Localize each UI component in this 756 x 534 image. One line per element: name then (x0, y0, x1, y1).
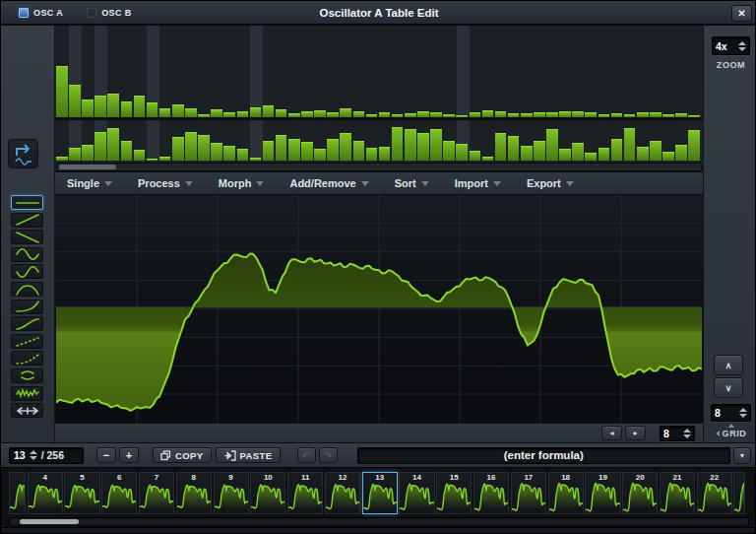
harmonic-phase-bar[interactable] (353, 141, 365, 161)
tool-stretch-button[interactable] (11, 403, 43, 418)
harmonic-phase-bar[interactable] (223, 146, 235, 161)
frame-thumbnail-7[interactable]: 7 (139, 472, 174, 514)
frame-up-button[interactable]: ∧ (714, 355, 743, 375)
osc-b-toggle[interactable]: OSC B (87, 8, 132, 18)
harmonic-phase-bar[interactable] (637, 147, 649, 161)
harmonic-magnitude-bar[interactable] (159, 108, 171, 117)
menu-process[interactable]: Process (138, 177, 193, 189)
harmonic-phase-bar[interactable] (147, 159, 158, 161)
frame-index-stepper[interactable] (30, 450, 37, 460)
harmonic-phase-bar[interactable] (185, 132, 197, 161)
harmonic-phase-bar[interactable] (366, 148, 378, 161)
harmonic-phase-bar[interactable] (159, 157, 171, 161)
tool-dotted-curve-button[interactable] (11, 351, 43, 366)
frame-thumbnail-22[interactable]: 22 (697, 472, 732, 514)
harmonic-phase-bar[interactable] (121, 141, 133, 161)
harmonic-phase-bar[interactable] (237, 149, 249, 161)
close-button[interactable]: ✕ (731, 5, 752, 22)
harmonic-magnitude-bar[interactable] (185, 108, 197, 117)
tool-dotted-ramp-button[interactable] (11, 334, 43, 349)
undo-button[interactable]: ↶ (297, 447, 316, 463)
zoom-stepper[interactable] (738, 41, 746, 51)
harmonic-magnitude-bar[interactable] (107, 94, 119, 117)
grid-vertical-spinner[interactable]: 8 (711, 404, 751, 422)
harmonic-phase-bar[interactable] (263, 141, 275, 161)
frame-index-spinner[interactable]: 13 / 256 (9, 447, 84, 464)
grid-vertical-stepper[interactable] (739, 408, 747, 418)
harmonic-magnitude-bar[interactable] (340, 108, 351, 117)
stepper-up-icon[interactable] (30, 450, 37, 454)
tool-arch-button[interactable] (11, 282, 43, 297)
frame-thumbnail-partial[interactable] (9, 472, 26, 514)
harmonic-phase-bar[interactable] (675, 145, 687, 161)
harmonic-phase-bar[interactable] (572, 143, 584, 161)
menu-import[interactable]: Import (455, 177, 501, 189)
harmonic-phase-bar[interactable] (94, 132, 106, 161)
harmonic-phase-bar[interactable] (482, 157, 494, 161)
copy-button[interactable]: COPY (153, 447, 212, 463)
harmonic-phase-bar[interactable] (611, 139, 623, 161)
formula-dropdown-button[interactable]: ▼ (733, 447, 751, 464)
harmonic-phase-bar[interactable] (107, 128, 119, 161)
harmonic-magnitude-bar[interactable] (172, 104, 184, 117)
frame-down-button[interactable]: ∨ (714, 377, 743, 398)
harmonic-phase-bar[interactable] (250, 158, 262, 161)
harmonic-phase-bar[interactable] (662, 152, 674, 161)
stepper-down-icon[interactable] (30, 456, 37, 460)
harmonic-magnitude-bar[interactable] (314, 110, 326, 117)
stepper-up-icon[interactable] (738, 41, 746, 45)
harmonic-phase-bar[interactable] (495, 133, 507, 161)
stepper-up-icon[interactable] (739, 408, 747, 412)
osc-a-toggle[interactable]: OSC A (19, 8, 63, 18)
harmonic-phase-bar[interactable] (534, 141, 545, 161)
grid-prev-button[interactable]: ◂ (601, 426, 622, 440)
harmonic-phase-bar[interactable] (198, 135, 210, 161)
tool-ramp-up-button[interactable] (11, 213, 43, 228)
harmonic-magnitude-bar[interactable] (263, 105, 275, 117)
harmonic-magnitude-bar[interactable] (69, 85, 81, 117)
harmonic-phase-bar[interactable] (211, 143, 222, 161)
menu-add-remove[interactable]: Add/Remove (289, 177, 368, 189)
harmonic-magnitude-bar[interactable] (211, 109, 222, 117)
waveform-canvas[interactable] (56, 195, 702, 423)
stepper-down-icon[interactable] (683, 434, 691, 438)
spectrum-scrollbar-thumb[interactable] (59, 165, 116, 169)
harmonic-phase-bar[interactable] (508, 136, 520, 161)
frame-thumbnail-18[interactable]: 18 (548, 472, 584, 514)
tool-ellipse-button[interactable] (11, 368, 43, 383)
tool-line-button[interactable] (11, 195, 43, 210)
menu-sort[interactable]: Sort (395, 177, 429, 189)
frames-scrollbar[interactable] (9, 517, 749, 526)
harmonic-phase-bar[interactable] (340, 133, 351, 161)
stepper-down-icon[interactable] (739, 414, 747, 418)
harmonic-phase-bar[interactable] (559, 149, 571, 161)
frame-thumbnail-4[interactable]: 4 (28, 472, 63, 514)
frame-thumbnail-6[interactable]: 6 (101, 472, 137, 514)
harmonic-phase-bar[interactable] (327, 139, 339, 161)
harmonic-magnitude-bar[interactable] (121, 101, 133, 117)
harmonic-magnitude-bar[interactable] (250, 107, 262, 117)
harmonic-phase-bar[interactable] (301, 142, 313, 161)
redo-button[interactable]: ↷ (319, 447, 338, 463)
paste-button[interactable]: PASTE (216, 447, 281, 463)
harmonic-phase-bar[interactable] (69, 148, 81, 161)
harmonic-phase-bar[interactable] (470, 151, 481, 161)
harmonic-phase-bar[interactable] (314, 149, 326, 161)
harmonic-phase-bar[interactable] (624, 128, 636, 161)
harmonic-phase-bar[interactable] (417, 133, 429, 161)
harmonic-phase-bar[interactable] (598, 148, 610, 161)
apply-spectrum-button[interactable] (8, 139, 38, 168)
frame-thumbnail-19[interactable]: 19 (585, 472, 620, 514)
stepper-down-icon[interactable] (738, 47, 746, 51)
harmonic-phase-bar[interactable] (172, 137, 184, 161)
grid-next-button[interactable]: ▸ (625, 426, 646, 440)
tool-noise-button[interactable] (11, 386, 43, 401)
frame-thumbnail-14[interactable]: 14 (399, 472, 434, 514)
zoom-spinner[interactable]: 4x (712, 36, 750, 55)
spectrum-scrollbar[interactable] (56, 163, 702, 171)
tool-sine-inverse-button[interactable] (11, 264, 43, 279)
grid-horizontal-stepper[interactable] (683, 429, 691, 438)
harmonic-phase-bar[interactable] (392, 127, 404, 161)
harmonic-magnitude-bar[interactable] (482, 110, 494, 117)
frame-thumbnail-21[interactable]: 21 (660, 472, 695, 514)
